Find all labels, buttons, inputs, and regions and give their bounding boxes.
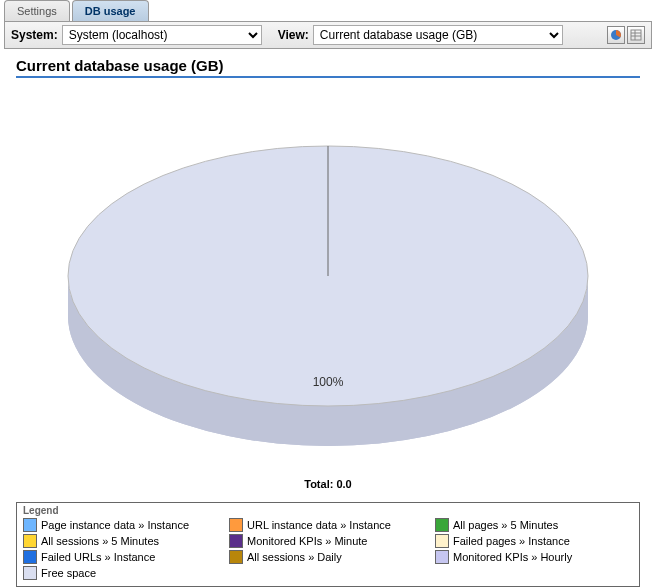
legend-item: URL instance data » Instance xyxy=(229,518,427,532)
legend-item: Monitored KPIs » Minute xyxy=(229,534,427,548)
legend-item: Failed pages » Instance xyxy=(435,534,633,548)
chart-total: Total: 0.0 xyxy=(304,478,351,490)
table-icon[interactable] xyxy=(627,26,645,44)
legend-label: All sessions » 5 Minutes xyxy=(41,535,159,547)
legend-swatch xyxy=(23,550,37,564)
legend-label: Failed URLs » Instance xyxy=(41,551,155,563)
legend-label: All pages » 5 Minutes xyxy=(453,519,558,531)
legend-label: URL instance data » Instance xyxy=(247,519,391,531)
legend-item: Failed URLs » Instance xyxy=(23,550,221,564)
legend-item: Page instance data » Instance xyxy=(23,518,221,532)
legend-title: Legend xyxy=(23,505,633,516)
legend-swatch xyxy=(23,534,37,548)
tab-db-usage[interactable]: DB usage xyxy=(72,0,149,21)
legend-item: Free space xyxy=(23,566,221,580)
toolbar: System: System (localhost) View: Current… xyxy=(4,21,652,49)
system-select[interactable]: System (localhost) xyxy=(62,25,262,45)
slice-label: 100% xyxy=(313,375,344,389)
system-label: System: xyxy=(11,28,58,42)
legend-label: Free space xyxy=(41,567,96,579)
legend-item: Monitored KPIs » Hourly xyxy=(435,550,633,564)
legend-item: All sessions » Daily xyxy=(229,550,427,564)
legend-label: All sessions » Daily xyxy=(247,551,342,563)
legend-swatch xyxy=(435,534,449,548)
legend-swatch xyxy=(23,566,37,580)
legend-swatch xyxy=(229,518,243,532)
pie-chart-icon[interactable] xyxy=(607,26,625,44)
legend-label: Monitored KPIs » Minute xyxy=(247,535,367,547)
view-label: View: xyxy=(278,28,309,42)
tab-bar: Settings DB usage xyxy=(0,0,656,21)
chart-title: Current database usage (GB) xyxy=(16,57,640,78)
legend-swatch xyxy=(435,518,449,532)
legend-item: All sessions » 5 Minutes xyxy=(23,534,221,548)
legend-swatch xyxy=(229,550,243,564)
legend-swatch xyxy=(229,534,243,548)
legend-swatch xyxy=(23,518,37,532)
tab-settings[interactable]: Settings xyxy=(4,0,70,21)
legend-label: Failed pages » Instance xyxy=(453,535,570,547)
legend-label: Page instance data » Instance xyxy=(41,519,189,531)
pie-chart: 100% xyxy=(28,86,628,476)
legend-item: All pages » 5 Minutes xyxy=(435,518,633,532)
svg-rect-1 xyxy=(631,30,641,40)
legend: Legend Page instance data » InstanceURL … xyxy=(16,502,640,587)
legend-swatch xyxy=(435,550,449,564)
chart-area: Current database usage (GB) 100% Total: … xyxy=(0,49,656,494)
view-select[interactable]: Current database usage (GB) xyxy=(313,25,563,45)
legend-label: Monitored KPIs » Hourly xyxy=(453,551,572,563)
